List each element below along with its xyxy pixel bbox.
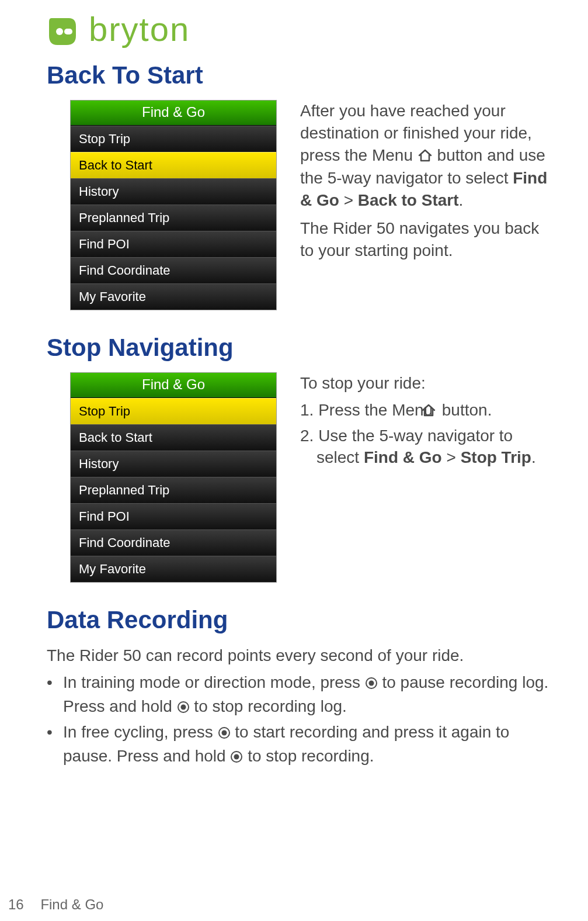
text-fragment: button. <box>437 401 492 419</box>
text-bold: Find & Go <box>364 448 442 466</box>
svg-rect-1 <box>64 29 72 34</box>
page-footer: 16 Find & Go <box>8 896 103 913</box>
menu-item: My Favorite <box>71 283 276 310</box>
record-button-icon <box>230 747 243 769</box>
data-recording-bullets: • In training mode or direction mode, pr… <box>47 671 553 769</box>
back-to-start-description: After you have reached your destination … <box>300 100 553 268</box>
page-number: 16 <box>8 896 24 912</box>
text-fragment: . <box>459 191 464 209</box>
text-bold: Stop Trip <box>461 448 531 466</box>
step-item: 1. Press the Menu button. <box>300 399 553 423</box>
menu-item: My Favorite <box>71 556 276 582</box>
menu-header: Find & Go <box>71 101 276 126</box>
logo-text: bryton <box>89 9 190 49</box>
menu-item: History <box>71 451 276 477</box>
menu-item: Back to Start <box>71 424 276 451</box>
menu-item: Find POI <box>71 231 276 257</box>
heading-data-recording: Data Recording <box>47 606 553 634</box>
bullet-item: • In training mode or direction mode, pr… <box>47 671 553 719</box>
menu-item-selected: Stop Trip <box>71 398 276 424</box>
menu-header: Find & Go <box>71 373 276 398</box>
menu-item: Find Coordinate <box>71 257 276 283</box>
svg-point-5 <box>180 704 186 709</box>
text-paragraph: The Rider 50 navigates you back to your … <box>300 217 553 262</box>
footer-section-name: Find & Go <box>40 896 103 912</box>
menu-item: Find Coordinate <box>71 529 276 556</box>
svg-point-9 <box>234 754 239 760</box>
menu-home-icon <box>417 146 433 168</box>
text-fragment: In free cycling, press <box>63 723 218 741</box>
menu-item: Preplanned Trip <box>71 205 276 231</box>
text-fragment: > <box>442 448 461 466</box>
record-button-icon <box>177 697 190 719</box>
svg-point-3 <box>368 680 374 685</box>
logo-mark-icon <box>47 16 78 47</box>
menu-item: Preplanned Trip <box>71 477 276 503</box>
bullet-dot: • <box>47 721 63 769</box>
text-fragment: 1. Press the Menu <box>300 401 437 419</box>
record-button-icon <box>365 673 378 695</box>
bullet-dot: • <box>47 671 63 719</box>
svg-point-0 <box>56 28 63 35</box>
text-fragment: to stop recording log. <box>190 697 347 715</box>
brand-logo: bryton <box>47 12 553 51</box>
svg-point-7 <box>221 730 227 736</box>
device-menu-back-to-start: Find & Go Stop Trip Back to Start Histor… <box>70 100 277 310</box>
menu-item: History <box>71 178 276 205</box>
text-fragment: to stop recording. <box>243 747 374 765</box>
heading-stop-navigating: Stop Navigating <box>47 334 553 362</box>
stop-navigating-description: To stop your ride: 1. Press the Menu but… <box>300 372 553 471</box>
record-button-icon <box>218 723 231 745</box>
data-recording-intro: The Rider 50 can record points every sec… <box>47 645 553 667</box>
step-item: 2. Use the 5-way navigator to select Fin… <box>300 425 553 469</box>
menu-item: Stop Trip <box>71 126 276 152</box>
text-fragment: . <box>531 448 536 466</box>
text-fragment: > <box>339 191 358 209</box>
text-intro: To stop your ride: <box>300 372 553 394</box>
text-fragment: In training mode or direction mode, pres… <box>63 673 365 691</box>
device-menu-stop-navigating: Find & Go Stop Trip Back to Start Histor… <box>70 372 277 583</box>
bullet-item: • In free cycling, press to start record… <box>47 721 553 769</box>
heading-back-to-start: Back To Start <box>47 61 553 89</box>
menu-item-selected: Back to Start <box>71 152 276 178</box>
menu-item: Find POI <box>71 503 276 529</box>
text-bold: Back to Start <box>358 191 459 209</box>
